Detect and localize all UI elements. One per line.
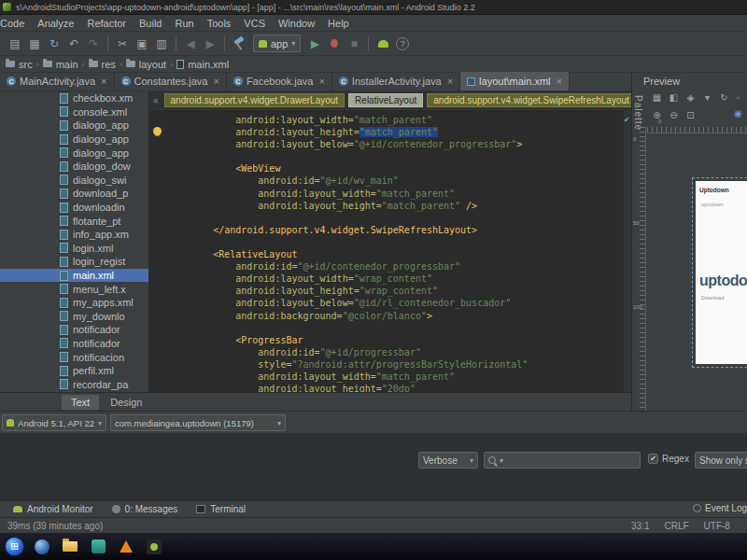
log-level-selector[interactable]: Verbose ▾ xyxy=(418,452,478,469)
project-file-downloadin[interactable]: downloadin xyxy=(0,201,148,215)
nav-item-main[interactable]: main xyxy=(41,59,80,70)
nav-item-res[interactable]: res xyxy=(87,59,118,70)
status-item[interactable]: UTF-8 xyxy=(704,521,730,531)
nav-item-src[interactable]: src xyxy=(4,59,35,70)
run-config-selector[interactable]: app▾ xyxy=(253,35,301,52)
project-file-info_app_xm[interactable]: info_app.xm xyxy=(0,228,148,242)
project-file-flotante_pt[interactable]: flotante_pt xyxy=(0,214,148,228)
menu-item-help[interactable]: Help xyxy=(321,18,356,29)
taskbar-app-icon[interactable] xyxy=(88,537,108,557)
zoom-fit-icon[interactable]: ⊡ xyxy=(684,110,697,120)
close-icon[interactable]: × xyxy=(447,76,453,87)
copy-icon[interactable]: ▣ xyxy=(133,35,151,53)
nav-item-main-xml[interactable]: main.xml xyxy=(175,59,231,70)
taskbar-browser-icon[interactable] xyxy=(32,537,52,557)
refresh-icon[interactable]: ↻ xyxy=(718,92,730,103)
project-file-recordar_pa[interactable]: recordar_pa xyxy=(0,377,148,391)
palette-tab[interactable]: Palette xyxy=(633,95,643,131)
project-file-dialogo_app[interactable]: dialogo_app xyxy=(0,133,148,147)
menu-item-vcs[interactable]: VCS xyxy=(237,18,272,29)
forward-icon[interactable]: ▶ xyxy=(201,35,219,53)
close-icon[interactable]: × xyxy=(318,76,324,87)
fold-arrows-icon[interactable]: « xyxy=(153,95,159,105)
project-file-perfil_xml[interactable]: perfil.xml xyxy=(0,364,148,378)
view-tab-text[interactable]: Text xyxy=(62,395,99,410)
dropdown-icon[interactable]: ▾ xyxy=(701,92,713,103)
menu-item-window[interactable]: Window xyxy=(272,18,321,29)
cut-icon[interactable]: ✂ xyxy=(113,35,132,53)
tab-installeractivity-java[interactable]: CInstallerActivity.java× xyxy=(332,72,460,91)
tool-tab-android[interactable]: Android Monitor xyxy=(13,504,93,514)
close-icon[interactable]: × xyxy=(557,76,562,87)
phone-selection-frame[interactable]: Uptodown uptodown uptodown Download xyxy=(692,177,747,368)
android-icon[interactable] xyxy=(374,35,392,53)
tool-tab-terminal[interactable]: Terminal xyxy=(196,504,246,514)
menu-item-refactor[interactable]: Refactor xyxy=(80,18,133,29)
tool-tab-messages[interactable]: 0: Messages xyxy=(112,504,178,514)
open-folder-icon[interactable]: ▤ xyxy=(6,35,24,53)
debug-icon[interactable] xyxy=(325,35,344,53)
tab-constantes-java[interactable]: CConstantes.java× xyxy=(115,72,227,91)
tab-mainactivity-java[interactable]: CMainActivity.java× xyxy=(0,72,115,91)
regex-checkbox[interactable]: ✔ Regex xyxy=(648,454,689,464)
device-selector[interactable]: Android 5.1, API 22 ▾ xyxy=(2,414,106,431)
project-file-download_p[interactable]: download_p xyxy=(0,187,148,201)
layout-variants-icon[interactable]: ▦ xyxy=(651,92,663,103)
status-item[interactable]: 33:1 xyxy=(631,521,649,531)
logcat-search-input[interactable]: ▾ xyxy=(484,452,641,469)
preview-run-icon[interactable]: ◉ xyxy=(732,108,744,119)
project-file-dialogo_swi[interactable]: dialogo_swi xyxy=(0,174,148,188)
event-log-button[interactable]: Event Log xyxy=(693,503,747,513)
menu-item-build[interactable]: Build xyxy=(133,18,168,29)
process-selector[interactable]: com.mediaingea.uptodown (15179) ▾ xyxy=(110,414,286,431)
panel-toggle-icon[interactable]: ▫ xyxy=(732,92,744,103)
project-file-dialogo_app[interactable]: dialogo_app xyxy=(0,119,148,133)
logcat-filter-selector[interactable]: Show only selected application xyxy=(695,452,747,469)
project-file-main_xml[interactable]: main.xml xyxy=(0,269,148,283)
back-icon[interactable]: ◀ xyxy=(181,35,200,53)
tab-facebook-java[interactable]: CFacebook.java× xyxy=(227,72,332,91)
taskbar-studio-icon[interactable] xyxy=(144,537,164,557)
close-icon[interactable]: × xyxy=(101,76,106,87)
view-tab-design[interactable]: Design xyxy=(101,395,151,410)
project-file-my_downlo[interactable]: my_downlo xyxy=(0,310,148,324)
menu-item-run[interactable]: Run xyxy=(168,18,200,29)
close-icon[interactable]: × xyxy=(213,76,218,87)
project-file-menu_left_x[interactable]: menu_left.x xyxy=(0,282,148,296)
status-item[interactable]: CRLF xyxy=(664,521,688,531)
menu-item-code[interactable]: Code xyxy=(0,18,31,29)
theme-icon[interactable]: ◈ xyxy=(684,92,697,103)
undo-icon[interactable]: ↶ xyxy=(64,35,83,53)
taskbar-media-icon[interactable] xyxy=(116,537,136,557)
error-stripe[interactable]: ✔ xyxy=(624,110,631,392)
project-file-checkbox_xm[interactable]: checkbox.xm xyxy=(0,91,148,105)
project-file-dialogo_dow[interactable]: dialogo_dow xyxy=(0,160,148,174)
project-file-login_xml[interactable]: login.xml xyxy=(0,242,148,256)
run-icon[interactable]: ▶ xyxy=(305,35,324,53)
orientation-icon[interactable]: ◧ xyxy=(668,92,680,103)
sync-icon[interactable]: ↻ xyxy=(45,35,63,53)
code-area[interactable]: android:layout_width="match_parent" andr… xyxy=(168,110,624,392)
project-file-console_xml[interactable]: console.xml xyxy=(0,105,148,119)
tab-layout-main-xml[interactable]: layout\main.xml× xyxy=(460,72,570,91)
help-icon[interactable]: ? xyxy=(396,37,409,50)
project-file-notificador[interactable]: notificador xyxy=(0,323,148,337)
taskbar-explorer-icon[interactable] xyxy=(60,537,80,557)
intention-bulb-icon[interactable] xyxy=(153,127,162,135)
stop-icon[interactable]: ■ xyxy=(345,35,363,53)
start-button[interactable]: ⊞ xyxy=(5,537,24,556)
save-icon[interactable]: ▦ xyxy=(25,35,44,53)
zoom-out-icon[interactable]: ⊖ xyxy=(668,110,680,120)
xml-breadcrumb-item[interactable]: RelativeLayout xyxy=(348,93,423,107)
menu-item-analyze[interactable]: Analyze xyxy=(31,18,80,29)
hammer-icon[interactable] xyxy=(230,35,248,53)
nav-item-layout[interactable]: layout xyxy=(124,59,168,70)
xml-breadcrumb-item[interactable]: android.support.v4.widget.DrawerLayout xyxy=(164,93,345,107)
xml-breadcrumb-item[interactable]: android.support.v4.widget.SwipeRefreshLa… xyxy=(427,93,631,107)
project-file-notificacion[interactable]: notificacion xyxy=(0,350,148,364)
menu-item-tools[interactable]: Tools xyxy=(201,18,238,29)
redo-icon[interactable]: ↷ xyxy=(84,35,103,53)
project-file-notificador[interactable]: notificador xyxy=(0,337,148,351)
paste-icon[interactable]: ▥ xyxy=(152,35,171,53)
project-file-dialogo_app[interactable]: dialogo_app xyxy=(0,146,148,160)
